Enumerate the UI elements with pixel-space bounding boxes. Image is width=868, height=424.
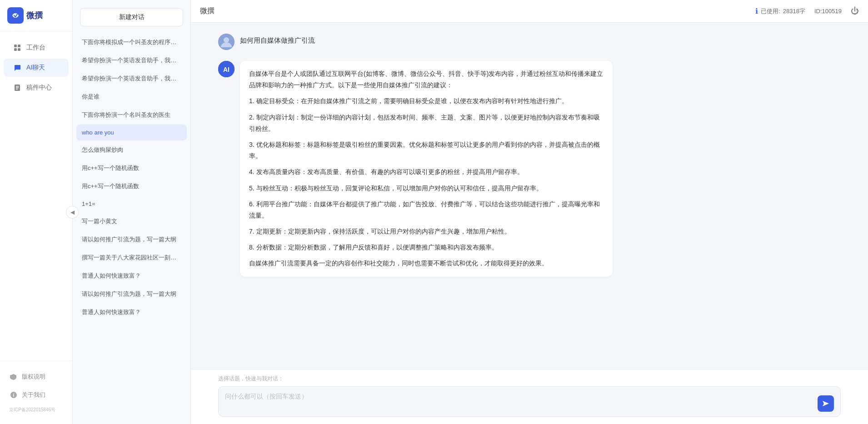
ai-paragraph-1: 1. 确定目标受众：在开始自媒体推广引流之前，需要明确目标受众是谁，以便在发布内… (249, 95, 604, 107)
list-item[interactable]: 请以如何推广引流为题，写一篇大纲 (76, 231, 187, 248)
chat-list-panel: 新建对话 下面你将模拟成一个叫圣友的程序员，我说... 希望你扮演一个英语发音助… (73, 0, 191, 424)
topbar-id: ID:100519 (814, 8, 842, 15)
info-icon: ℹ (755, 7, 758, 15)
ai-avatar: AI (218, 61, 234, 77)
chat-items-list: 下面你将模拟成一个叫圣友的程序员，我说... 希望你扮演一个英语发音助手，我提供… (73, 32, 190, 424)
sidebar-item-ai-chat-label: AI聊天 (26, 64, 45, 72)
sidebar-item-workbench[interactable]: 工作台 (4, 39, 69, 57)
topbar-usage: ℹ 已使用: 28318字 (755, 7, 805, 15)
list-item[interactable]: 普通人如何快速致富？ (76, 304, 187, 321)
list-item[interactable]: 普通人如何快速致富？ (76, 267, 187, 284)
main-content: 微撰 ℹ 已使用: 28318字 ID:100519 ⏻ 如何用自媒体做推广引流 (191, 0, 868, 424)
ai-paragraph-9: 自媒体推广引流需要具备一定的内容创作和社交能力，同时也需要不断尝试和优化，才能取… (249, 258, 604, 269)
sidebar-copyright[interactable]: 版权说明 (4, 369, 69, 385)
usage-label: 已使用: (761, 7, 780, 15)
quick-prompt-label: 选择话题，快速与我对话： (218, 375, 841, 383)
info-circle-icon: i (9, 390, 18, 399)
chat-input[interactable] (225, 391, 813, 412)
ai-paragraph-2: 2. 制定内容计划：制定一份详细的内容计划，包括发布时间、频率、主题、文案、图片… (249, 112, 604, 135)
ai-paragraph-5: 5. 与粉丝互动：积极与粉丝互动，回复评论和私信，可以增加用户对你的认可和信任，… (249, 183, 604, 194)
logo-text: 微撰 (26, 10, 43, 21)
sidebar-about-label: 关于我们 (22, 391, 45, 399)
user-message: 如何用自媒体做推广引流 (218, 34, 841, 50)
sidebar-nav: 工作台 AI聊天 稿件中心 (0, 31, 72, 361)
list-item[interactable]: 用c++写一个随机函数 (76, 160, 187, 177)
sidebar-item-workbench-label: 工作台 (26, 44, 45, 52)
ai-paragraph-0: 自媒体平台是个人或团队通过互联网平台(如博客、微博、微信公众号、抖音、快手等)发… (249, 68, 604, 91)
ai-message: AI 自媒体平台是个人或团队通过互联网平台(如博客、微博、微信公众号、抖音、快手… (218, 61, 841, 277)
send-button[interactable] (818, 395, 834, 412)
ai-paragraph-6: 6. 利用平台推广功能：自媒体平台都提供了推广功能，如广告投放、付费推广等，可以… (249, 199, 604, 221)
send-icon (822, 399, 830, 408)
user-avatar (218, 34, 234, 50)
ai-paragraph-4: 4. 发布高质量内容：发布高质量、有价值、有趣的内容可以吸引更多的粉丝，并提高用… (249, 166, 604, 178)
list-item[interactable]: 你是谁 (76, 88, 187, 105)
sidebar-item-drafts-label: 稿件中心 (26, 84, 52, 92)
list-item[interactable]: 用c++写一个随机函数 (76, 178, 187, 195)
chat-icon (13, 63, 22, 72)
logo-area: 微撰 (0, 0, 72, 31)
list-item[interactable]: 1+1= (76, 196, 187, 212)
input-area: 选择话题，快速与我对话： (191, 369, 868, 424)
svg-point-11 (224, 37, 229, 43)
sidebar-copyright-label: 版权说明 (22, 373, 45, 381)
logo-icon (7, 7, 24, 24)
svg-text:AI: AI (223, 66, 229, 73)
ai-paragraph-8: 8. 分析数据：定期分析数据，了解用户反馈和喜好，以便调整推广策略和内容发布频率… (249, 242, 604, 253)
svg-rect-1 (18, 45, 20, 47)
sidebar-item-ai-chat[interactable]: AI聊天 (4, 59, 69, 77)
grid-icon (13, 43, 22, 52)
sidebar-item-drafts[interactable]: 稿件中心 (4, 79, 69, 97)
topbar: 微撰 ℹ 已使用: 28318字 ID:100519 ⏻ (191, 0, 868, 23)
usage-value: 28318字 (783, 7, 805, 15)
new-chat-button[interactable]: 新建对话 (80, 8, 183, 26)
svg-rect-0 (14, 45, 17, 47)
user-message-text: 如何用自媒体做推广引流 (240, 34, 315, 45)
list-item[interactable]: 撰写一篇关于八大家花园社区一刻钟便民生... (76, 249, 187, 266)
list-item[interactable]: 希望你扮演一个英语发音助手，我提供给你... (76, 70, 187, 87)
icp-text: 京ICP备2022015846号 (4, 405, 69, 417)
list-item[interactable]: 请以如何推广引流为题，写一篇大纲 (76, 285, 187, 303)
sidebar-about[interactable]: i 关于我们 (4, 387, 69, 403)
document-icon (13, 83, 22, 92)
svg-rect-3 (18, 48, 20, 51)
sidebar-collapse-button[interactable]: ◀ (66, 206, 79, 219)
chat-list-header: 新建对话 (73, 0, 190, 32)
list-item[interactable]: 写一篇小黄文 (76, 213, 187, 230)
topbar-right: ℹ 已使用: 28318字 ID:100519 ⏻ (755, 6, 859, 16)
list-item[interactable]: 下面你将扮演一个名叫圣友的医生 (76, 106, 187, 124)
shield-icon (9, 372, 18, 381)
list-item[interactable]: 下面你将模拟成一个叫圣友的程序员，我说... (76, 34, 187, 51)
topbar-title: 微撰 (200, 6, 215, 16)
list-item-active[interactable]: who are you (76, 125, 187, 140)
ai-paragraph-7: 7. 定期更新：定期更新内容，保持活跃度，可以让用户对你的内容产生兴趣，增加用户… (249, 226, 604, 237)
chat-area: 如何用自媒体做推广引流 AI 自媒体平台是个人或团队通过互联网平台(如博客、微博… (191, 23, 868, 369)
ai-paragraph-3: 3. 优化标题和标签：标题和标签是吸引粉丝的重要因素。优化标题和标签可以让更多的… (249, 139, 604, 162)
list-item[interactable]: 怎么做狗屎炒肉 (76, 141, 187, 159)
svg-rect-2 (14, 48, 17, 51)
ai-message-content: 自媒体平台是个人或团队通过互联网平台(如博客、微博、微信公众号、抖音、快手等)发… (240, 61, 613, 277)
svg-text:i: i (13, 393, 15, 398)
input-box-wrapper (218, 386, 841, 417)
logout-icon[interactable]: ⏻ (851, 6, 859, 16)
sidebar: 微撰 工作台 AI聊天 (0, 0, 73, 424)
list-item[interactable]: 希望你扮演一个英语发音助手，我提供给你... (76, 52, 187, 69)
sidebar-bottom: 版权说明 i 关于我们 京ICP备2022015846号 (0, 361, 72, 424)
